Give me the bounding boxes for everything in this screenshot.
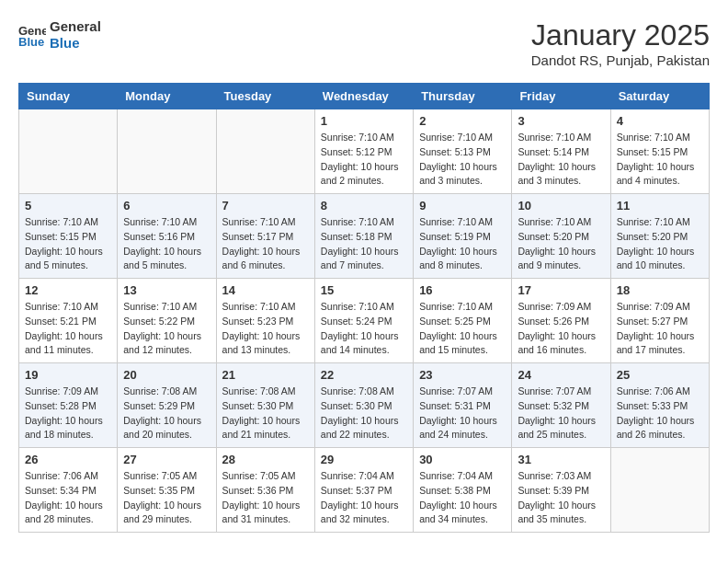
daylight-text: Daylight: 10 hours and 34 minutes. xyxy=(419,499,506,528)
daylight-text: Daylight: 10 hours and 11 minutes. xyxy=(25,329,111,359)
day-info: Sunrise: 7:10 AMSunset: 5:12 PMDaylight:… xyxy=(321,131,407,189)
day-info: Sunrise: 7:04 AMSunset: 5:38 PMDaylight:… xyxy=(419,469,506,527)
sunrise-text: Sunrise: 7:10 AM xyxy=(25,215,111,230)
day-number: 15 xyxy=(321,283,407,297)
sunset-text: Sunset: 5:24 PM xyxy=(321,315,407,329)
calendar-cell: 14Sunrise: 7:10 AMSunset: 5:23 PMDayligh… xyxy=(216,279,314,363)
daylight-text: Daylight: 10 hours and 5 minutes. xyxy=(123,245,210,274)
calendar-cell xyxy=(610,448,709,533)
sunrise-text: Sunrise: 7:07 AM xyxy=(419,385,506,399)
logo-line1: General xyxy=(50,18,101,35)
calendar-cell: 8Sunrise: 7:10 AMSunset: 5:18 PMDaylight… xyxy=(314,194,413,279)
sunset-text: Sunset: 5:34 PM xyxy=(25,484,111,499)
weekday-header: Sunday xyxy=(19,84,118,109)
day-info: Sunrise: 7:10 AMSunset: 5:25 PMDaylight:… xyxy=(419,300,506,358)
day-number: 31 xyxy=(518,453,604,466)
sunrise-text: Sunrise: 7:10 AM xyxy=(123,215,210,230)
sunset-text: Sunset: 5:25 PM xyxy=(419,315,506,329)
calendar-cell: 15Sunrise: 7:10 AMSunset: 5:24 PMDayligh… xyxy=(314,279,413,363)
daylight-text: Daylight: 10 hours and 21 minutes. xyxy=(222,414,309,443)
calendar-cell: 5Sunrise: 7:10 AMSunset: 5:15 PMDaylight… xyxy=(19,194,118,279)
daylight-text: Daylight: 10 hours and 29 minutes. xyxy=(123,499,210,528)
day-number: 3 xyxy=(518,114,604,128)
daylight-text: Daylight: 10 hours and 13 minutes. xyxy=(222,329,309,359)
sunrise-text: Sunrise: 7:09 AM xyxy=(617,300,703,315)
day-info: Sunrise: 7:10 AMSunset: 5:22 PMDaylight:… xyxy=(123,300,210,358)
weekday-header: Monday xyxy=(118,84,216,109)
daylight-text: Daylight: 10 hours and 2 minutes. xyxy=(321,160,407,190)
calendar-cell: 11Sunrise: 7:10 AMSunset: 5:20 PMDayligh… xyxy=(610,194,709,279)
day-number: 23 xyxy=(419,368,506,382)
sunset-text: Sunset: 5:13 PM xyxy=(419,145,506,160)
day-info: Sunrise: 7:10 AMSunset: 5:21 PMDaylight:… xyxy=(25,300,111,358)
calendar-cell: 20Sunrise: 7:08 AMSunset: 5:29 PMDayligh… xyxy=(118,363,216,448)
svg-text:Blue: Blue xyxy=(18,35,44,48)
calendar-cell xyxy=(216,109,314,194)
weekday-header: Tuesday xyxy=(216,84,314,109)
sunset-text: Sunset: 5:20 PM xyxy=(518,230,604,245)
day-number: 18 xyxy=(617,283,703,297)
daylight-text: Daylight: 10 hours and 22 minutes. xyxy=(321,414,407,443)
weekday-header: Friday xyxy=(512,84,610,109)
sunset-text: Sunset: 5:38 PM xyxy=(419,484,506,499)
calendar-cell: 26Sunrise: 7:06 AMSunset: 5:34 PMDayligh… xyxy=(19,448,118,533)
sunrise-text: Sunrise: 7:10 AM xyxy=(321,300,407,315)
sunrise-text: Sunrise: 7:06 AM xyxy=(25,469,111,484)
sunset-text: Sunset: 5:21 PM xyxy=(25,315,111,329)
day-number: 16 xyxy=(419,283,506,297)
day-number: 20 xyxy=(123,368,210,382)
sunrise-text: Sunrise: 7:03 AM xyxy=(518,469,604,484)
calendar-week-row: 5Sunrise: 7:10 AMSunset: 5:15 PMDaylight… xyxy=(19,194,710,279)
daylight-text: Daylight: 10 hours and 24 minutes. xyxy=(419,414,506,443)
daylight-text: Daylight: 10 hours and 17 minutes. xyxy=(617,329,703,359)
calendar-cell: 13Sunrise: 7:10 AMSunset: 5:22 PMDayligh… xyxy=(118,279,216,363)
sunset-text: Sunset: 5:29 PM xyxy=(123,399,210,414)
day-info: Sunrise: 7:05 AMSunset: 5:36 PMDaylight:… xyxy=(222,469,309,527)
day-info: Sunrise: 7:08 AMSunset: 5:30 PMDaylight:… xyxy=(321,385,407,442)
sunset-text: Sunset: 5:15 PM xyxy=(25,230,111,245)
sunset-text: Sunset: 5:30 PM xyxy=(222,399,309,414)
calendar-week-row: 19Sunrise: 7:09 AMSunset: 5:28 PMDayligh… xyxy=(19,363,710,448)
calendar-week-row: 26Sunrise: 7:06 AMSunset: 5:34 PMDayligh… xyxy=(19,448,710,533)
sunrise-text: Sunrise: 7:10 AM xyxy=(321,215,407,230)
calendar-cell: 21Sunrise: 7:08 AMSunset: 5:30 PMDayligh… xyxy=(216,363,314,448)
calendar-cell: 23Sunrise: 7:07 AMSunset: 5:31 PMDayligh… xyxy=(414,363,512,448)
sunset-text: Sunset: 5:32 PM xyxy=(518,399,604,414)
day-info: Sunrise: 7:10 AMSunset: 5:13 PMDaylight:… xyxy=(419,131,506,189)
day-number: 7 xyxy=(222,199,309,213)
daylight-text: Daylight: 10 hours and 26 minutes. xyxy=(617,414,703,443)
day-info: Sunrise: 7:10 AMSunset: 5:14 PMDaylight:… xyxy=(518,131,604,189)
daylight-text: Daylight: 10 hours and 6 minutes. xyxy=(222,245,309,274)
calendar-cell: 31Sunrise: 7:03 AMSunset: 5:39 PMDayligh… xyxy=(512,448,610,533)
daylight-text: Daylight: 10 hours and 15 minutes. xyxy=(419,329,506,359)
logo: General Blue General Blue xyxy=(18,18,101,52)
sunrise-text: Sunrise: 7:10 AM xyxy=(419,300,506,315)
calendar-cell: 2Sunrise: 7:10 AMSunset: 5:13 PMDaylight… xyxy=(414,109,512,194)
day-info: Sunrise: 7:10 AMSunset: 5:19 PMDaylight:… xyxy=(419,215,506,273)
day-info: Sunrise: 7:10 AMSunset: 5:15 PMDaylight:… xyxy=(617,131,703,189)
daylight-text: Daylight: 10 hours and 32 minutes. xyxy=(321,499,407,528)
daylight-text: Daylight: 10 hours and 10 minutes. xyxy=(617,245,703,274)
calendar-cell xyxy=(118,109,216,194)
sunrise-text: Sunrise: 7:06 AM xyxy=(617,385,703,399)
logo-icon: General Blue xyxy=(18,22,46,48)
sunrise-text: Sunrise: 7:10 AM xyxy=(419,215,506,230)
calendar-cell: 19Sunrise: 7:09 AMSunset: 5:28 PMDayligh… xyxy=(19,363,118,448)
calendar-cell: 28Sunrise: 7:05 AMSunset: 5:36 PMDayligh… xyxy=(216,448,314,533)
sunrise-text: Sunrise: 7:10 AM xyxy=(617,215,703,230)
daylight-text: Daylight: 10 hours and 3 minutes. xyxy=(419,160,506,190)
day-info: Sunrise: 7:05 AMSunset: 5:35 PMDaylight:… xyxy=(123,469,210,527)
day-number: 8 xyxy=(321,199,407,213)
daylight-text: Daylight: 10 hours and 3 minutes. xyxy=(518,160,604,190)
sunrise-text: Sunrise: 7:08 AM xyxy=(222,385,309,399)
calendar-cell: 9Sunrise: 7:10 AMSunset: 5:19 PMDaylight… xyxy=(414,194,512,279)
day-number: 1 xyxy=(321,114,407,128)
sunset-text: Sunset: 5:22 PM xyxy=(123,315,210,329)
sunrise-text: Sunrise: 7:10 AM xyxy=(222,300,309,315)
sunset-text: Sunset: 5:23 PM xyxy=(222,315,309,329)
calendar-cell: 25Sunrise: 7:06 AMSunset: 5:33 PMDayligh… xyxy=(610,363,709,448)
sunrise-text: Sunrise: 7:10 AM xyxy=(419,131,506,145)
day-number: 14 xyxy=(222,283,309,297)
calendar-cell: 27Sunrise: 7:05 AMSunset: 5:35 PMDayligh… xyxy=(118,448,216,533)
calendar-cell: 16Sunrise: 7:10 AMSunset: 5:25 PMDayligh… xyxy=(414,279,512,363)
